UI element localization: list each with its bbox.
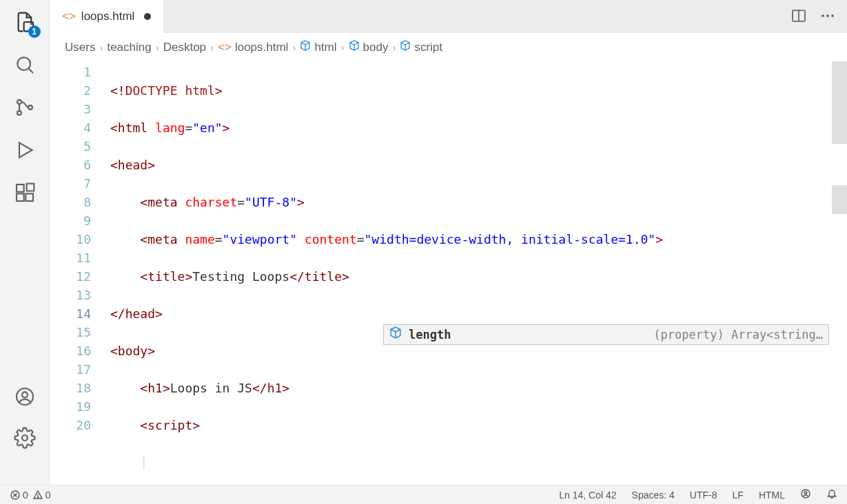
minimap-thumb[interactable] [832, 61, 847, 144]
svg-point-17 [826, 14, 829, 17]
accounts-icon[interactable] [11, 383, 39, 410]
explorer-badge: 1 [28, 25, 41, 38]
minimap-thumb[interactable] [832, 185, 847, 214]
svg-point-23 [37, 496, 38, 497]
breadcrumb-seg-teaching[interactable]: teaching [107, 41, 151, 54]
svg-point-16 [822, 14, 824, 17]
feedback-icon[interactable] [800, 488, 811, 501]
autocomplete-popup[interactable]: length (property) Array<string… [383, 324, 829, 345]
notifications-bell-icon[interactable] [826, 488, 837, 501]
minimap-scrollbar[interactable] [832, 61, 847, 485]
property-icon [389, 326, 402, 344]
code-content[interactable]: <!DOCTYPE html> <html lang="en"> <head> … [99, 61, 832, 485]
chevron-right-icon: › [210, 41, 214, 53]
svg-point-12 [22, 392, 28, 397]
chevron-right-icon: › [292, 41, 296, 53]
split-editor-icon[interactable] [790, 8, 807, 26]
chevron-right-icon: › [99, 41, 103, 53]
svg-point-18 [831, 14, 834, 17]
tab-bar: <> loops.html [50, 0, 847, 33]
svg-point-1 [17, 57, 30, 70]
symbol-icon [349, 40, 360, 54]
source-control-icon[interactable] [11, 94, 39, 121]
more-actions-icon[interactable] [819, 8, 836, 26]
language-mode[interactable]: HTML [759, 490, 785, 501]
html-file-icon: <> [62, 10, 76, 23]
svg-rect-10 [26, 184, 34, 191]
html-file-icon: <> [218, 41, 232, 54]
svg-point-13 [22, 435, 28, 441]
breadcrumb-seg-body[interactable]: body [349, 40, 389, 54]
breadcrumb-seg-users[interactable]: Users [65, 41, 95, 54]
status-bar: 0 0 Ln 14, Col 42 Spaces: 4 UTF-8 LF HTM… [0, 485, 847, 504]
autocomplete-label: length [409, 326, 451, 344]
encoding-status[interactable]: UTF-8 [690, 490, 717, 501]
chevron-right-icon: › [156, 41, 159, 53]
symbol-icon [400, 40, 411, 54]
extensions-icon[interactable] [11, 179, 39, 207]
explorer-icon[interactable]: 1 [11, 8, 39, 36]
svg-rect-7 [17, 185, 24, 192]
svg-point-4 [17, 111, 21, 115]
warnings-button[interactable]: 0 [32, 490, 51, 501]
svg-rect-8 [17, 193, 24, 201]
svg-line-2 [28, 68, 33, 73]
breadcrumb-seg-file[interactable]: <>loops.html [218, 41, 288, 54]
indentation-status[interactable]: Spaces: 4 [632, 490, 675, 501]
svg-point-3 [17, 100, 21, 104]
breadcrumb-seg-script[interactable]: script [400, 40, 442, 54]
eol-status[interactable]: LF [733, 490, 744, 501]
line-number-gutter: 1234567891011121314151617181920 [50, 61, 99, 485]
cursor-position[interactable]: Ln 14, Col 42 [559, 490, 616, 501]
dirty-indicator-icon [144, 13, 151, 20]
chevron-right-icon: › [341, 41, 345, 53]
breadcrumb: Users › teaching › Desktop › <>loops.htm… [50, 33, 847, 61]
symbol-icon [300, 40, 311, 54]
search-icon[interactable] [11, 51, 39, 78]
svg-rect-9 [25, 193, 33, 201]
breadcrumb-seg-html[interactable]: html [300, 40, 336, 54]
tab-loops-html[interactable]: <> loops.html [50, 0, 163, 33]
settings-gear-icon[interactable] [11, 424, 39, 452]
chevron-right-icon: › [392, 41, 396, 53]
svg-point-25 [804, 492, 807, 494]
code-editor[interactable]: 1234567891011121314151617181920 <!DOCTYP… [50, 61, 847, 485]
run-debug-icon[interactable] [11, 136, 39, 164]
svg-point-5 [28, 105, 32, 109]
svg-marker-6 [19, 143, 32, 157]
autocomplete-detail: (property) Array<string… [653, 326, 823, 344]
errors-button[interactable]: 0 [10, 490, 28, 501]
activity-bar: 1 [0, 0, 50, 485]
breadcrumb-seg-desktop[interactable]: Desktop [163, 41, 206, 54]
tab-filename: loops.html [81, 10, 134, 23]
